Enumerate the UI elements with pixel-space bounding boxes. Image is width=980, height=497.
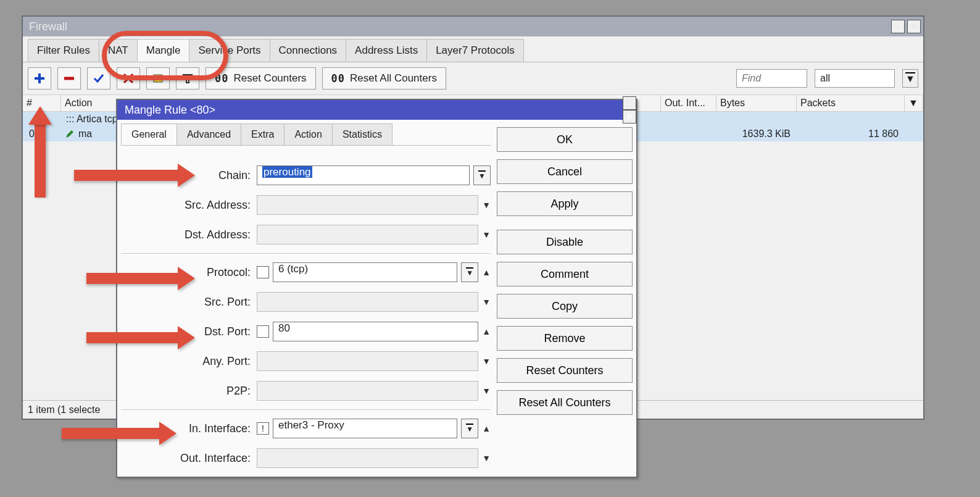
filter-select[interactable]: all [815,69,895,88]
in-interface-invert-checkbox[interactable]: ! [257,422,269,435]
dlg-tab-action[interactable]: Action [284,123,332,145]
input-src-port[interactable] [257,292,478,312]
cell-packets: 11 860 [797,128,905,140]
dialog-buttons: OK Cancel Apply Disable Comment Copy Rem… [497,123,633,473]
collapse-icon[interactable]: ▲ [482,327,491,336]
annotation-arrow-in-if [62,428,160,439]
annotation-arrow-chain [74,170,179,181]
expand-icon[interactable]: ▼ [482,356,491,366]
dialog-min-icon[interactable]: ▫ [623,96,636,110]
remove-button[interactable]: Remove [497,326,633,351]
input-src-address[interactable] [257,195,478,215]
annotation-arrow-protocol [86,273,179,284]
label-any-port: Any. Port: [121,355,257,368]
add-button[interactable] [28,67,51,90]
pencil-icon [65,129,75,139]
th-out[interactable]: Out. Int... [661,95,716,111]
reset-counters-label: Reset Counters [233,72,306,85]
ok-button[interactable]: OK [497,127,633,152]
reset-all-counters-button[interactable]: 00Reset All Counters [322,67,446,90]
label-src-address: Src. Address: [121,199,257,212]
tab-filter-rules[interactable]: Filter Rules [28,39,99,62]
th-packets[interactable]: Packets [797,95,905,111]
reset-all-counters-button[interactable]: Reset All Counters [497,390,633,415]
input-protocol[interactable]: 6 (tcp) [273,262,457,282]
input-out-interface[interactable] [257,448,478,468]
expand-icon[interactable]: ▼ [482,386,491,396]
tab-mangle[interactable]: Mangle [137,39,190,62]
chain-dropdown-icon[interactable]: ▼ [473,165,491,185]
input-p2p[interactable] [257,381,478,401]
dialog-close-icon[interactable]: ✕ [623,110,636,123]
dialog-title: Mangle Rule <80> [125,104,215,117]
expand-icon[interactable]: ▼ [482,230,491,240]
input-chain[interactable]: prerouting [257,165,470,185]
protocol-invert-checkbox[interactable] [257,266,269,278]
window-min-icon[interactable]: ▫ [891,20,905,33]
reset-all-counters-label: Reset All Counters [350,72,437,85]
input-dst-address[interactable] [257,225,478,244]
dlg-tab-extra[interactable]: Extra [241,123,284,145]
label-dst-address: Dst. Address: [121,228,257,241]
tab-connections[interactable]: Connections [270,39,347,62]
tab-layer7[interactable]: Layer7 Protocols [426,39,524,62]
th-more[interactable]: ▼ [905,95,923,111]
comment-button[interactable]: Comment [497,262,633,286]
apply-button[interactable]: Apply [497,191,633,216]
window-close-icon[interactable]: ✕ [907,20,921,33]
dlg-tab-statistics[interactable]: Statistics [332,123,392,145]
th-bytes[interactable]: Bytes [716,95,797,111]
disable-button[interactable]: Disable [497,230,633,254]
cell-action-text: ma [78,128,92,140]
label-p2p: P2P: [121,385,257,398]
tab-address-lists[interactable]: Address Lists [346,39,427,62]
remove-button[interactable] [57,67,81,90]
dialog-tabs: General Advanced Extra Action Statistics [121,123,491,146]
collapse-icon[interactable]: ▲ [482,267,491,277]
expand-icon[interactable]: ▼ [482,200,491,210]
cell-bytes: 1639.3 KiB [716,128,797,140]
expand-icon[interactable]: ▼ [482,453,491,463]
input-dst-port[interactable]: 80 [273,322,478,341]
filter-dropdown-icon[interactable]: ▼ [902,69,918,88]
search-input[interactable] [736,69,807,88]
dst-port-invert-checkbox[interactable] [257,325,269,338]
annotation-arrow-up [35,123,46,198]
label-out-interface: Out. Interface: [121,452,257,465]
input-in-interface[interactable]: ether3 - Proxy [273,419,457,438]
collapse-icon[interactable]: ▲ [482,424,491,433]
window-title: Firewall [29,20,67,33]
cancel-button[interactable]: Cancel [497,159,633,184]
protocol-dropdown-icon[interactable]: ▼ [461,262,478,282]
dlg-tab-general[interactable]: General [121,123,177,145]
tabbar: Filter Rules NAT Mangle Service Ports Co… [23,36,923,62]
label-src-port: Src. Port: [121,296,257,309]
copy-button[interactable]: Copy [497,294,633,319]
expand-icon[interactable]: ▼ [482,297,491,307]
reset-counters-button[interactable]: Reset Counters [497,358,633,383]
input-any-port[interactable] [257,351,478,371]
dialog-titlebar: Mangle Rule <80> ▫ ✕ [117,100,636,120]
dlg-tab-advanced[interactable]: Advanced [176,123,241,145]
in-interface-dropdown-icon[interactable]: ▼ [461,419,478,438]
annotation-arrow-dst-port [86,332,179,343]
